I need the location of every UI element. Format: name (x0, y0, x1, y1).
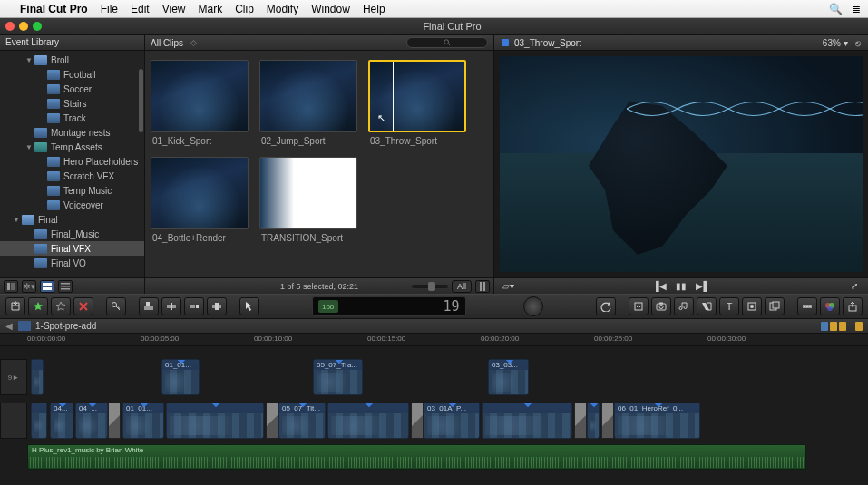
tree-item[interactable]: Soccer (0, 82, 144, 96)
reject-button[interactable] (73, 297, 93, 315)
tree-item[interactable]: ▼Temp Assets (0, 140, 144, 154)
menu-extras-icon[interactable]: ≣ (852, 3, 861, 15)
tree-item[interactable]: Montage nests (0, 125, 144, 140)
menu-file[interactable]: File (101, 3, 118, 15)
music-browser-button[interactable] (674, 297, 694, 315)
clip-appearance-button[interactable] (475, 280, 490, 293)
fullscreen-button[interactable]: ⤢ (846, 280, 863, 293)
append-clip-button[interactable] (184, 297, 204, 315)
share-button[interactable] (843, 297, 863, 315)
tree-item[interactable]: ▼Final (0, 212, 144, 227)
viewer-canvas[interactable] (500, 56, 863, 272)
favorite-button[interactable] (28, 297, 48, 315)
keyword-button[interactable] (106, 297, 126, 315)
menu-mark[interactable]: Mark (199, 3, 223, 15)
window-minimize-button[interactable] (19, 22, 28, 31)
list-view-button[interactable] (58, 280, 73, 293)
timeline-clip[interactable]: 03_01A_P... (424, 403, 480, 439)
clip-thumbnail[interactable] (151, 157, 249, 229)
browser-clip-grid[interactable]: 01_Kick_Sport02_Jump_Sport↖03_Throw_Spor… (145, 51, 493, 277)
transition[interactable] (411, 403, 424, 439)
timeline-connected-track[interactable]: 01_01...05_07_Tra...03_03... (0, 359, 868, 395)
browser-search-input[interactable] (406, 37, 488, 48)
timeline-markers[interactable] (821, 322, 863, 331)
clip-thumbnail[interactable] (259, 60, 357, 132)
timeline-clip[interactable] (327, 403, 409, 439)
generators-browser-button[interactable] (742, 297, 762, 315)
timeline-clip[interactable] (31, 359, 44, 395)
app-menu[interactable]: Final Cut Pro (20, 3, 88, 15)
timeline-audio-clip[interactable]: H Plus_rev1_music by Brian White (27, 444, 806, 470)
timeline-audio-track[interactable]: H Plus_rev1_music by Brian White (0, 444, 868, 470)
timeline[interactable]: 9► 01_01...05_07_Tra...03_03... 04...04_… (0, 346, 868, 485)
inspector-button[interactable] (797, 297, 817, 315)
timecode-display[interactable]: 100 19 (312, 296, 466, 316)
overwrite-clip-button[interactable] (207, 297, 227, 315)
menu-view[interactable]: View (162, 3, 186, 15)
play-reverse-button[interactable]: ▐◀ (651, 280, 668, 293)
clip-thumbnail[interactable] (259, 157, 357, 229)
timeline-clip[interactable] (166, 403, 264, 439)
tree-item[interactable]: ▼Broll (0, 53, 144, 67)
transition[interactable] (266, 403, 278, 439)
timeline-primary-track[interactable]: 04...04_...01_01...05_07_Tit...03_01A_P.… (0, 403, 868, 439)
audio-meter-button[interactable] (523, 296, 543, 316)
play-forward-button[interactable]: ▶▌ (695, 280, 711, 293)
tree-item[interactable]: Track (0, 111, 144, 125)
browser-clip[interactable]: TRANSITION_Sport (259, 157, 361, 243)
tool-select-button[interactable] (239, 297, 259, 315)
browser-clip[interactable]: 02_Jump_Sport (259, 60, 361, 146)
titles-browser-button[interactable]: T (719, 297, 739, 315)
viewer-effects-button[interactable]: ▱▾ (500, 280, 516, 293)
transition[interactable] (108, 403, 121, 439)
timeline-clip[interactable] (31, 403, 47, 439)
browser-filter-label[interactable]: All Clips (151, 38, 183, 48)
clip-thumbnail[interactable]: ↖ (368, 60, 466, 132)
spotlight-icon[interactable]: 🔍 (829, 3, 843, 15)
timeline-clip[interactable]: 05_07_Tit... (278, 403, 326, 439)
window-close-button[interactable] (5, 22, 15, 31)
menu-modify[interactable]: Modify (267, 3, 298, 15)
menu-edit[interactable]: Edit (131, 3, 150, 15)
tree-item[interactable]: Hero Placeholders (0, 154, 144, 169)
menu-window[interactable]: Window (311, 3, 350, 15)
transitions-browser-button[interactable] (697, 297, 717, 315)
browser-clip[interactable]: ↖03_Throw_Sport (368, 60, 470, 146)
unrate-button[interactable] (51, 297, 71, 315)
timeline-clip[interactable] (587, 403, 600, 439)
viewer-zoom-menu[interactable]: 63% ▾ ⎋ (823, 38, 861, 48)
clip-thumbnail[interactable] (151, 60, 249, 132)
tree-item[interactable]: Stairs (0, 96, 144, 111)
tree-item[interactable]: Final_Music (0, 227, 144, 241)
tree-item[interactable]: Final VO (0, 256, 144, 270)
menu-clip[interactable]: Clip (235, 3, 254, 15)
color-board-button[interactable] (820, 297, 840, 315)
thumbnail-size-slider[interactable] (412, 285, 448, 288)
timeline-clip[interactable]: 01_01... (122, 403, 164, 439)
enhance-button[interactable] (629, 297, 649, 315)
browser-clip[interactable]: 01_Kick_Sport (151, 60, 252, 146)
import-button[interactable] (5, 297, 25, 315)
timeline-ruler[interactable]: 00:00:00:0000:00:05:0000:00:10:0000:00:1… (0, 334, 868, 346)
tree-item[interactable]: Football (0, 67, 144, 82)
tree-item[interactable]: Voiceover (0, 198, 144, 212)
menu-help[interactable]: Help (363, 3, 385, 15)
tree-item[interactable]: Final VFX (0, 241, 144, 256)
photos-browser-button[interactable] (651, 297, 671, 315)
project-back-button[interactable]: ◀ (5, 321, 18, 331)
transition[interactable] (574, 403, 587, 439)
tree-item[interactable]: Scratch VFX (0, 169, 144, 183)
browser-clip[interactable]: 04_Bottle+Render (151, 157, 252, 243)
library-settings-button[interactable]: ✲▾ (22, 280, 36, 293)
library-toggle-button[interactable] (4, 280, 18, 293)
insert-clip-button[interactable] (161, 297, 181, 315)
play-pause-button[interactable]: ▮▮ (673, 280, 689, 293)
tree-item[interactable]: Temp Music (0, 183, 144, 198)
browser-scope-button[interactable]: All (452, 280, 472, 293)
timeline-clip[interactable]: 03_03... (488, 359, 529, 395)
window-zoom-button[interactable] (33, 22, 42, 31)
timeline-clip[interactable]: 01_01... (161, 359, 200, 395)
themes-browser-button[interactable] (765, 297, 785, 315)
timeline-clip[interactable] (482, 403, 572, 439)
event-library-tree[interactable]: ▼BrollFootballSoccerStairsTrackMontage n… (0, 51, 144, 277)
